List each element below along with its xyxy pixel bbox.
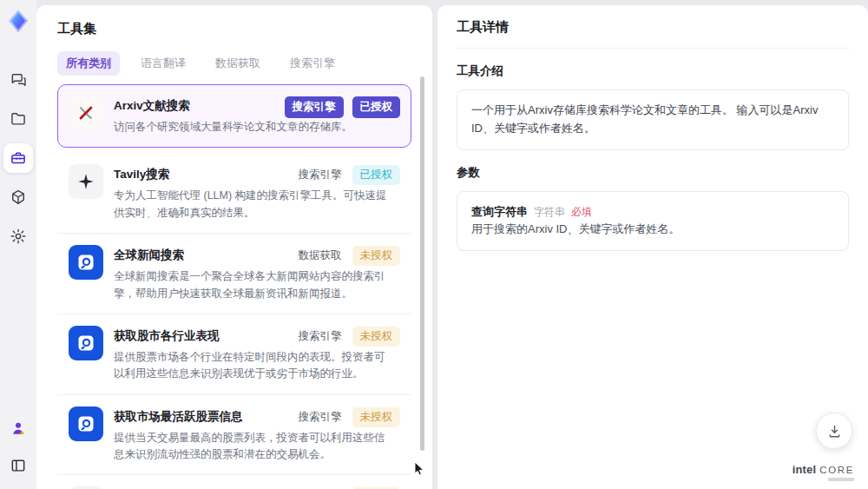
tool-card[interactable]: Tavily搜索 专为人工智能代理 (LLM) 构建的搜索引擎工具。可快速提供实… xyxy=(57,153,411,234)
tool-card[interactable]: 全球新闻搜索 全球新闻搜索是一个聚合全球各大新闻网站内容的搜索引擎，帮助用户快速… xyxy=(57,234,411,314)
tool-description: 专为人工智能代理 (LLM) 构建的搜索引擎工具。可快速提供实时、准确和真实的结… xyxy=(114,188,390,221)
user-avatar[interactable] xyxy=(3,413,33,443)
category-badge: 搜索引擎 xyxy=(297,407,344,427)
category-badge: 搜索引擎 xyxy=(297,327,344,347)
tool-description: 访问各个研究领域大量科学论文和文章的存储库。 xyxy=(114,119,390,135)
param-head: 查询字符串 字符串 必填 xyxy=(471,203,834,221)
panel-toggle-button[interactable] xyxy=(3,451,33,480)
search-blue-icon xyxy=(69,406,103,441)
category-tab[interactable]: 数据获取 xyxy=(207,51,269,76)
intro-text: 一个用于从Arxiv存储库搜索科学论文和文章的工具。 输入可以是Arxiv ID… xyxy=(471,102,834,138)
nav-models-button[interactable] xyxy=(3,182,33,212)
category-badge: 搜索引擎 xyxy=(285,96,344,118)
params-heading: 参数 xyxy=(457,165,849,181)
param-required-badge: 必填 xyxy=(571,204,592,221)
nav-files-button[interactable] xyxy=(3,104,33,134)
auth-badge: 已授权 xyxy=(352,96,401,118)
tools-panel: 工具集 所有类别 语言翻译 数据获取 搜索引擎 Arxiv文献搜索 访问各个研究… xyxy=(36,5,432,489)
tool-description: 提供当天交易量最高的股票列表，投资者可以利用这些信息来识别流动性强的股票和潜在的… xyxy=(114,430,390,464)
brand-core-text: core xyxy=(819,466,854,476)
category-badge: 数据获取 xyxy=(297,246,344,266)
tool-list: Arxiv文献搜索 访问各个研究领域大量科学论文和文章的存储库。 搜索引擎 已授… xyxy=(57,84,411,489)
intel-core-logo: intel core xyxy=(792,464,854,482)
auth-badge: 未授权 xyxy=(352,407,401,427)
auth-badge: 未授权 xyxy=(352,327,401,347)
tool-badges: 搜索引擎 未授权 xyxy=(297,407,401,427)
tool-card[interactable]: 万维地区新闻查询 查询具体行政区划内的新闻，快速了解各地新闻动 搜索引擎 未授权 xyxy=(57,475,411,489)
arxiv-icon xyxy=(69,96,103,130)
search-icon xyxy=(76,413,96,434)
toolbox-icon xyxy=(10,149,27,167)
user-avatar-icon xyxy=(10,420,27,437)
settings-icon xyxy=(10,228,27,245)
tool-description: 提供股票市场各个行业在特定时间段内的表现。投资者可以利用这些信息来识别表现优于或… xyxy=(114,349,390,383)
search-blue-icon xyxy=(69,245,103,280)
diamond-logo-icon xyxy=(5,8,31,34)
category-tab[interactable]: 所有类别 xyxy=(57,51,120,76)
tool-badges: 搜索引擎 已授权 xyxy=(297,165,401,185)
tool-badges: 数据获取 未授权 xyxy=(297,246,401,266)
brand-intel-text: intel xyxy=(792,464,817,475)
tool-card[interactable]: 获取市场最活跃股票信息 提供当天交易量最高的股票列表，投资者可以利用这些信息来识… xyxy=(57,395,411,476)
search-icon xyxy=(76,333,96,354)
intro-heading: 工具介绍 xyxy=(457,63,849,79)
tavily-icon xyxy=(69,164,103,199)
rail-nav xyxy=(3,65,33,251)
folder-icon xyxy=(10,110,27,128)
chat-icon xyxy=(10,71,27,89)
param-type: 字符串 xyxy=(534,204,565,221)
app-logo[interactable] xyxy=(5,8,31,34)
page-title: 工具集 xyxy=(57,21,411,37)
detail-panel: 工具详情 工具介绍 一个用于从Arxiv存储库搜索科学论文和文章的工具。 输入可… xyxy=(437,5,868,489)
scrollbar[interactable] xyxy=(420,76,424,451)
param-description: 用于搜索的Arxiv ID、关键字或作者姓名。 xyxy=(471,221,834,239)
app-root: 工具集 所有类别 语言翻译 数据获取 搜索引擎 Arxiv文献搜索 访问各个研究… xyxy=(0,0,868,489)
tool-badges: 搜索引擎 已授权 xyxy=(285,96,401,118)
tool-description: 全球新闻搜索是一个聚合全球各大新闻网站内容的搜索引擎，帮助用户快速获取全球最新资… xyxy=(114,268,390,302)
arxiv-icon xyxy=(76,103,95,122)
cube-icon xyxy=(10,188,27,206)
param-name: 查询字符串 xyxy=(471,203,528,221)
panel-toggle-icon xyxy=(10,457,27,474)
tool-badges: 搜索引擎 未授权 xyxy=(297,327,401,347)
category-tab[interactable]: 语言翻译 xyxy=(132,51,194,76)
tool-card[interactable]: Arxiv文献搜索 访问各个研究领域大量科学论文和文章的存储库。 搜索引擎 已授… xyxy=(57,84,411,148)
category-badge: 搜索引擎 xyxy=(297,165,344,185)
download-icon xyxy=(826,423,843,439)
category-tab[interactable]: 搜索引擎 xyxy=(281,51,344,76)
search-icon xyxy=(76,252,96,273)
intro-box: 一个用于从Arxiv存储库搜索科学论文和文章的工具。 输入可以是Arxiv ID… xyxy=(457,89,849,150)
rail-bottom xyxy=(3,413,33,480)
auth-badge: 未授权 xyxy=(352,246,401,266)
detail-title: 工具详情 xyxy=(457,19,849,49)
tool-card[interactable]: 获取股市各行业表现 提供股票市场各个行业在特定时间段内的表现。投资者可以利用这些… xyxy=(57,314,411,395)
left-rail xyxy=(0,0,36,489)
nav-settings-button[interactable] xyxy=(3,221,33,251)
nav-chat-button[interactable] xyxy=(3,65,33,95)
search-blue-icon xyxy=(69,326,103,360)
brand-subline xyxy=(828,478,854,481)
param-row: 查询字符串 字符串 必填 用于搜索的Arxiv ID、关键字或作者姓名。 xyxy=(471,203,834,240)
category-tabs: 所有类别 语言翻译 数据获取 搜索引擎 xyxy=(57,51,411,76)
nav-tools-button[interactable] xyxy=(3,143,33,173)
download-button[interactable] xyxy=(816,413,852,449)
auth-badge: 已授权 xyxy=(352,165,401,185)
tavily-star-icon xyxy=(76,172,95,191)
params-box: 查询字符串 字符串 必填 用于搜索的Arxiv ID、关键字或作者姓名。 xyxy=(457,191,849,252)
